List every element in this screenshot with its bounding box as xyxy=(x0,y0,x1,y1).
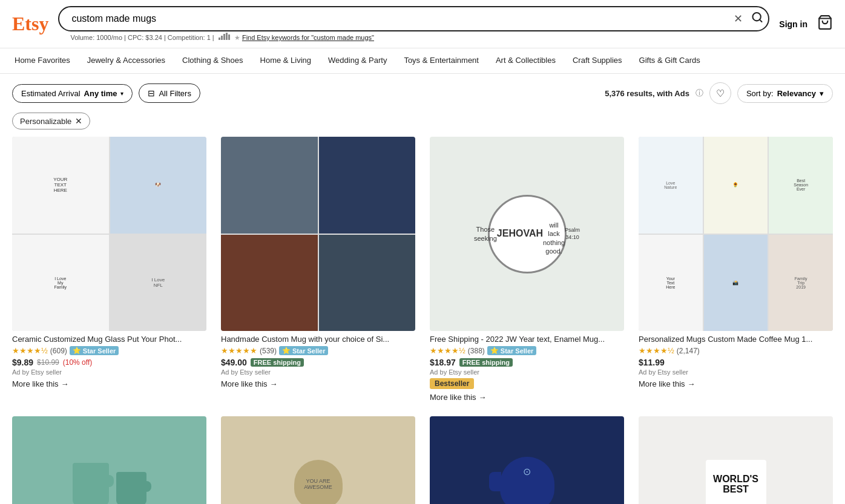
original-price-1: $10.99 xyxy=(37,358,59,367)
header: Etsy ✕ Volume: 1000/mo | CPC: $3.24 | Co… xyxy=(0,0,845,48)
review-count-1: (609) xyxy=(50,347,67,355)
wishlist-button[interactable]: ♡ xyxy=(709,82,731,104)
price-1: $9.89 xyxy=(12,358,33,367)
nav-item-wedding[interactable]: Wedding & Party xyxy=(320,48,395,73)
header-right: Sign in xyxy=(779,15,833,34)
product-image-2 xyxy=(221,137,415,331)
etsy-logo[interactable]: Etsy xyxy=(12,13,48,35)
review-count-4: (2,147) xyxy=(677,347,700,355)
more-like-this-1[interactable]: More like this → xyxy=(12,379,206,388)
product-price-3: $18.97 FREE shipping xyxy=(430,358,624,367)
product-card-8[interactable]: WORLD'SBEST xyxy=(639,416,833,504)
stars-2: ★★★★★ xyxy=(221,346,257,355)
search-submit-button[interactable] xyxy=(751,11,763,27)
sort-value: Relevancy xyxy=(777,89,816,98)
nav-item-home-favorites[interactable]: Home Favorites xyxy=(6,48,79,73)
free-shipping-badge-3: FREE shipping xyxy=(459,358,513,367)
arrow-right-icon-1: → xyxy=(61,379,69,388)
star-icon: ★ xyxy=(234,34,240,41)
product-rating-3: ★★★★½ (388) ⭐ Star Seller xyxy=(430,346,624,355)
product-title-1: Ceramic Customized Mug Glass Put Your Ph… xyxy=(12,335,206,344)
discount-1: (10% off) xyxy=(63,358,92,367)
arrow-right-icon-4: → xyxy=(688,379,695,388)
filter-sliders-icon: ⊟ xyxy=(148,88,155,98)
search-input[interactable] xyxy=(58,6,769,31)
filters-left: Estimated Arrival Any time ▾ ⊟ All Filte… xyxy=(12,83,200,103)
product-card-1[interactable]: YOURTEXTHERE 🐶 I LoveMyFamily I LoveNFL … xyxy=(12,137,206,402)
product-card-5[interactable] xyxy=(12,416,206,504)
product-image-5 xyxy=(12,416,206,504)
sort-chevron-icon: ▾ xyxy=(820,89,824,98)
product-rating-1: ★★★★½ (609) ⭐ Star Seller xyxy=(12,346,206,355)
product-card-6[interactable]: YOU AREAWESOME xyxy=(221,416,415,504)
cart-icon xyxy=(817,15,833,30)
price-4: $11.99 xyxy=(639,358,665,367)
product-image-1: YOURTEXTHERE 🐶 I LoveMyFamily I LoveNFL xyxy=(12,137,206,331)
arrow-right-icon-3: → xyxy=(479,393,487,402)
product-title-3: Free Shipping - 2022 JW Year text, Ename… xyxy=(430,335,624,344)
bestseller-badge-3: Bestseller xyxy=(430,378,474,389)
estimated-arrival-filter[interactable]: Estimated Arrival Any time ▾ xyxy=(12,84,133,103)
main-nav: Home Favorites Jewelry & Accessories Clo… xyxy=(0,48,845,74)
personalizable-tag: Personalizable ✕ xyxy=(12,113,90,129)
filters-right: 5,376 results, with Ads ⓘ ♡ Sort by: Rel… xyxy=(605,82,833,104)
product-price-1: $9.89 $10.99 (10% off) xyxy=(12,358,206,367)
product-card-4[interactable]: LoveNature 🌻 BestSeasonEver YourTextHere… xyxy=(639,137,833,402)
star-seller-icon: ⭐ xyxy=(73,347,81,355)
price-2: $49.00 xyxy=(221,358,247,367)
search-bar-container: ✕ xyxy=(58,6,769,31)
more-like-this-3[interactable]: More like this → xyxy=(430,393,624,402)
review-count-2: (539) xyxy=(260,347,277,355)
sort-label: Sort by: xyxy=(746,89,774,98)
ad-label-2: Ad by Etsy seller xyxy=(221,368,415,376)
stars-3: ★★★★½ xyxy=(430,346,465,355)
product-image-3: Those seekingJEHOVAHwill lack nothing go… xyxy=(430,137,624,331)
info-icon: ⓘ xyxy=(695,88,703,99)
search-meta: Volume: 1000/mo | CPC: $3.24 | Competiti… xyxy=(58,33,769,42)
search-clear-button[interactable]: ✕ xyxy=(734,12,743,25)
review-count-3: (388) xyxy=(468,347,485,355)
search-meta-link[interactable]: Find Etsy keywords for "custom made mugs… xyxy=(242,34,374,41)
nav-item-craft[interactable]: Craft Supplies xyxy=(564,48,631,73)
nav-item-toys[interactable]: Toys & Entertainment xyxy=(395,48,487,73)
sign-in-button[interactable]: Sign in xyxy=(779,19,807,29)
product-image-6: YOU AREAWESOME xyxy=(221,416,415,504)
remove-tag-button[interactable]: ✕ xyxy=(75,116,82,126)
product-rating-4: ★★★★½ (2,147) xyxy=(639,346,833,355)
star-seller-badge-1: ⭐ Star Seller xyxy=(70,346,119,355)
results-count: 5,376 results, with Ads xyxy=(605,89,689,98)
tags-bar: Personalizable ✕ xyxy=(0,113,845,137)
product-title-4: Personalized Mugs Custom Made Coffee Mug… xyxy=(639,335,833,344)
product-price-2: $49.00 FREE shipping xyxy=(221,358,415,367)
nav-item-art[interactable]: Art & Collectibles xyxy=(487,48,564,73)
svg-line-1 xyxy=(760,19,762,22)
product-title-2: Handmade Custom Mug with your choice of … xyxy=(221,335,415,344)
product-grid: YOURTEXTHERE 🐶 I LoveMyFamily I LoveNFL … xyxy=(0,137,845,504)
free-shipping-badge-2: FREE shipping xyxy=(251,358,304,367)
star-seller-badge-2: ⭐ Star Seller xyxy=(279,346,328,355)
estimated-arrival-label: Estimated Arrival xyxy=(21,89,81,98)
product-image-8: WORLD'SBEST xyxy=(639,416,833,504)
stars-1: ★★★★½ xyxy=(12,346,48,355)
stars-4: ★★★★½ xyxy=(639,346,674,355)
product-image-7: ⊙ xyxy=(430,416,624,504)
tag-label: Personalizable xyxy=(20,117,71,126)
nav-item-gifts[interactable]: Gifts & Gift Cards xyxy=(631,48,709,73)
product-card-7[interactable]: ⊙ xyxy=(430,416,624,504)
product-card-2[interactable]: Handmade Custom Mug with your choice of … xyxy=(221,137,415,402)
star-icon-2: ⭐ xyxy=(282,347,291,355)
product-rating-2: ★★★★★ (539) ⭐ Star Seller xyxy=(221,346,415,355)
more-like-this-2[interactable]: More like this → xyxy=(221,379,415,388)
cart-button[interactable] xyxy=(817,15,833,34)
heart-icon: ♡ xyxy=(716,88,725,99)
arrow-right-icon-2: → xyxy=(270,379,278,388)
sort-button[interactable]: Sort by: Relevancy ▾ xyxy=(737,84,833,103)
product-image-4: LoveNature 🌻 BestSeasonEver YourTextHere… xyxy=(639,137,833,331)
more-like-this-4[interactable]: More like this → xyxy=(639,379,833,388)
nav-item-clothing[interactable]: Clothing & Shoes xyxy=(174,48,251,73)
all-filters-button[interactable]: ⊟ All Filters xyxy=(139,83,200,103)
ad-label-1: Ad by Etsy seller xyxy=(12,368,206,376)
nav-item-jewelry[interactable]: Jewelry & Accessories xyxy=(79,48,174,73)
product-card-3[interactable]: Those seekingJEHOVAHwill lack nothing go… xyxy=(430,137,624,402)
nav-item-home-living[interactable]: Home & Living xyxy=(252,48,320,73)
